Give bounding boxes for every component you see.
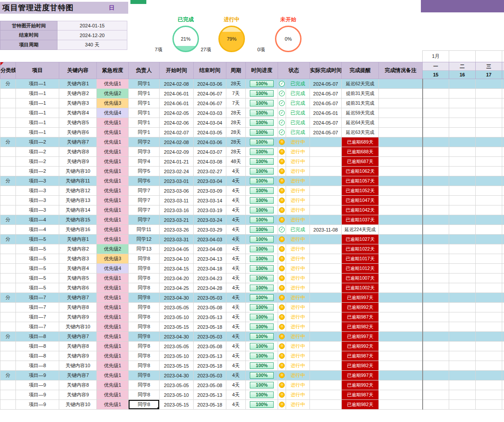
actual-date-cell[interactable] <box>310 351 342 361</box>
actual-date-cell[interactable] <box>310 205 342 215</box>
gantt-day-cell[interactable] <box>502 332 504 342</box>
start-date-cell[interactable]: 2023-04-30 <box>160 293 194 303</box>
gantt-day-cell[interactable] <box>476 274 502 283</box>
gantt-day-cell[interactable] <box>502 274 504 283</box>
gantt-day-cell[interactable] <box>476 89 502 99</box>
status-cell[interactable]: 进行中 <box>286 371 310 380</box>
remark-cell[interactable] <box>379 215 423 225</box>
status-icon-cell[interactable] <box>278 196 286 205</box>
gantt-day-cell[interactable] <box>502 322 504 332</box>
actual-date-cell[interactable] <box>310 371 342 380</box>
gantt-day-cell[interactable] <box>449 371 476 380</box>
progress-cell[interactable]: 100% <box>246 244 278 254</box>
gantt-day-cell[interactable] <box>449 293 476 303</box>
priority-cell[interactable]: 优先级1 <box>97 293 129 303</box>
priority-cell[interactable]: 优先级1 <box>97 167 129 176</box>
content-cell[interactable]: 关键内容14 <box>59 205 97 215</box>
group-cell[interactable] <box>0 99 16 108</box>
actual-date-cell[interactable] <box>310 186 342 196</box>
cycle-cell[interactable]: 4天 <box>226 196 246 205</box>
status-cell[interactable]: 进行中 <box>286 186 310 196</box>
group-cell[interactable] <box>0 186 16 196</box>
owner-cell[interactable]: 同学1 <box>129 128 160 137</box>
actual-date-cell[interactable] <box>310 361 342 371</box>
gantt-day-cell[interactable] <box>449 283 476 293</box>
end-date-cell[interactable]: 2023-05-08 <box>194 380 226 390</box>
status-cell[interactable]: 进行中 <box>286 312 310 322</box>
info-value-end[interactable]: 2024-12-20 <box>57 30 127 40</box>
priority-cell[interactable]: 优先级1 <box>97 79 129 89</box>
progress-cell[interactable]: 100% <box>246 89 278 99</box>
progress-cell[interactable]: 100% <box>246 186 278 196</box>
status-cell[interactable]: 进行中 <box>286 342 310 351</box>
gantt-day-cell[interactable] <box>423 322 449 332</box>
progress-cell[interactable]: 100% <box>246 235 278 244</box>
start-date-cell[interactable]: 2024-02-09 <box>160 147 194 157</box>
progress-cell[interactable]: 100% <box>246 303 278 312</box>
gantt-day-cell[interactable] <box>502 244 504 254</box>
project-cell[interactable]: 项目—2 <box>16 157 59 167</box>
owner-cell[interactable]: 同学1 <box>129 108 160 118</box>
group-cell[interactable] <box>0 205 16 215</box>
actual-date-cell[interactable] <box>310 244 342 254</box>
gantt-day-cell[interactable] <box>449 215 476 225</box>
owner-cell[interactable]: 同学8 <box>129 293 160 303</box>
gantt-day-cell[interactable] <box>449 351 476 361</box>
owner-cell[interactable]: 同学6 <box>129 176 160 186</box>
actual-date-cell[interactable] <box>310 215 342 225</box>
priority-cell[interactable]: 优先级4 <box>97 264 129 274</box>
actual-date-cell[interactable]: 2024-05-07 <box>310 128 342 137</box>
owner-cell[interactable]: 同学5 <box>129 167 160 176</box>
project-cell[interactable]: 项目—2 <box>16 167 59 176</box>
owner-cell[interactable]: 同学8 <box>129 303 160 312</box>
gantt-day-cell[interactable] <box>502 293 504 303</box>
gantt-day-cell[interactable] <box>449 332 476 342</box>
reminder-cell[interactable]: 已逾期687天 <box>342 157 379 167</box>
project-cell[interactable]: 项目—9 <box>16 380 59 390</box>
start-date-cell[interactable]: 2023-05-05 <box>160 380 194 390</box>
status-cell[interactable]: 进行中 <box>286 322 310 332</box>
start-date-cell[interactable]: 2023-04-10 <box>160 254 194 264</box>
start-date-cell[interactable]: 2024-02-07 <box>160 128 194 137</box>
gantt-day-cell[interactable] <box>502 380 504 390</box>
gantt-day-cell[interactable] <box>423 293 449 303</box>
progress-cell[interactable]: 100% <box>246 128 278 137</box>
progress-cell[interactable]: 100% <box>246 293 278 303</box>
group-cell[interactable] <box>0 108 16 118</box>
group-cell[interactable] <box>0 361 16 371</box>
reminder-cell[interactable]: 已逾期1062天 <box>342 167 379 176</box>
gantt-day-cell[interactable] <box>476 108 502 118</box>
column-header-reminder[interactable]: 完成提醒 <box>342 62 379 79</box>
progress-cell[interactable]: 100% <box>246 147 278 157</box>
gantt-day-cell[interactable] <box>449 303 476 312</box>
status-cell[interactable]: 进行中 <box>286 332 310 342</box>
status-cell[interactable]: 已完成 <box>286 79 310 89</box>
reminder-cell[interactable]: 已逾期982天 <box>342 322 379 332</box>
progress-cell[interactable]: 100% <box>246 283 278 293</box>
remark-cell[interactable] <box>379 205 423 215</box>
remark-cell[interactable] <box>379 283 423 293</box>
project-cell[interactable]: 项目—9 <box>16 390 59 400</box>
owner-cell[interactable]: 同学1 <box>129 99 160 108</box>
status-cell[interactable]: 已完成 <box>286 225 310 235</box>
group-cell[interactable] <box>0 196 16 205</box>
content-cell[interactable]: 关键内容10 <box>59 361 97 371</box>
end-date-cell[interactable]: 2023-05-03 <box>194 371 226 380</box>
end-date-cell[interactable]: 2023-03-14 <box>194 196 226 205</box>
cycle-cell[interactable]: 4天 <box>226 254 246 264</box>
gantt-day-cell[interactable] <box>476 128 502 137</box>
gantt-day-cell[interactable] <box>423 400 449 410</box>
start-date-cell[interactable]: 2023-05-05 <box>160 303 194 312</box>
gantt-day-cell[interactable] <box>423 108 449 118</box>
priority-cell[interactable]: 优先级2 <box>97 244 129 254</box>
priority-cell[interactable]: 优先级1 <box>97 400 129 410</box>
group-cell[interactable] <box>0 118 16 128</box>
end-date-cell[interactable]: 2023-05-03 <box>194 332 226 342</box>
content-cell[interactable]: 关键内容2 <box>59 89 97 99</box>
gantt-day-cell[interactable] <box>476 79 502 89</box>
priority-cell[interactable]: 优先级1 <box>97 205 129 215</box>
gantt-day-cell[interactable] <box>476 167 502 176</box>
reminder-cell[interactable]: 延迟63天完成 <box>342 128 379 137</box>
cycle-cell[interactable]: 28天 <box>226 147 246 157</box>
priority-cell[interactable]: 优先级2 <box>97 89 129 99</box>
